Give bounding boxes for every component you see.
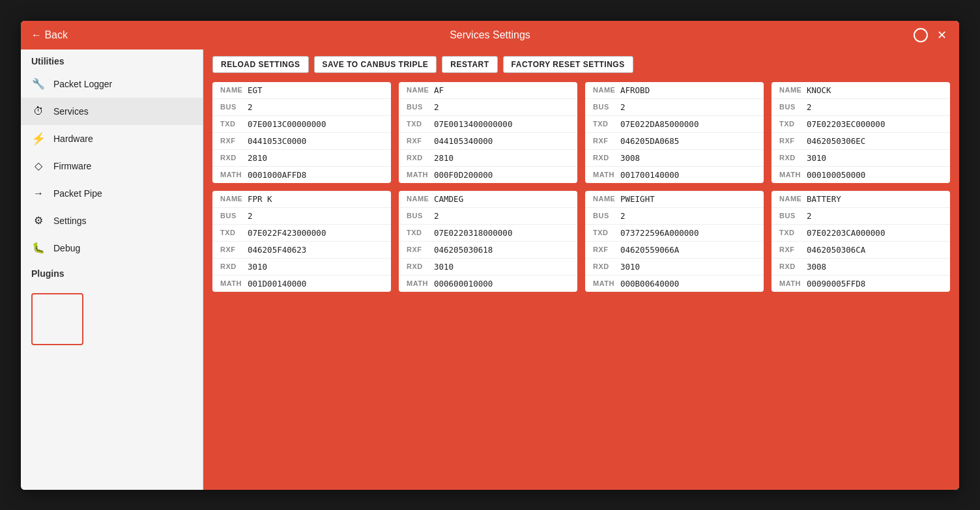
card-math-value: 001700140000	[620, 170, 679, 180]
sidebar-item-firmware[interactable]: ◇ Firmware	[21, 152, 203, 180]
math-label: MATH	[593, 279, 620, 287]
titlebar: ← Back Services Settings ✕	[21, 21, 959, 50]
plugin-placeholder	[31, 293, 83, 345]
card-bus-row: BUS 2	[212, 99, 391, 116]
card-rxf-value: 0441053C0000	[248, 136, 306, 146]
sidebar-label-hardware: Hardware	[53, 134, 93, 144]
card-rxd-row: RXD 3010	[585, 259, 764, 276]
card-bus-value: 2	[620, 102, 626, 112]
card-name-value: CAMDEG	[434, 194, 463, 204]
card-name-row: NAME CAMDEG	[399, 191, 577, 208]
math-label: MATH	[407, 171, 434, 178]
card-bus-row: BUS 2	[585, 99, 764, 116]
rxd-label: RXD	[779, 262, 807, 270]
card-rxf-value: 0462050306EC	[807, 136, 865, 146]
card-txd-row: TXD 07E022F423000000	[212, 225, 391, 242]
txd-label: TXD	[407, 229, 434, 236]
record-button[interactable]	[914, 28, 928, 42]
wrench-icon: 🔧	[31, 77, 46, 91]
sidebar-label-packet-pipe: Packet Pipe	[53, 188, 102, 199]
close-icon: ✕	[937, 28, 947, 42]
card-bus-value: 2	[248, 211, 253, 221]
rxd-label: RXD	[220, 262, 248, 270]
card-name-value: FPR K	[248, 194, 272, 204]
name-label: NAME	[220, 195, 248, 203]
name-label: NAME	[779, 86, 807, 94]
close-button[interactable]: ✕	[934, 28, 949, 42]
toolbar: RELOAD SETTINGS SAVE TO CANBUS TRIPLE RE…	[203, 50, 959, 79]
card-rxd-value: 3008	[620, 153, 640, 163]
bug-icon: 🐛	[31, 241, 46, 255]
rxf-label: RXF	[407, 246, 434, 253]
save-to-canbus-button[interactable]: SAVE TO CANBUS TRIPLE	[314, 56, 437, 73]
sidebar-item-settings[interactable]: ⚙ Settings	[21, 207, 203, 234]
card-knock[interactable]: NAME KNOCK BUS 2 TXD 07E02203EC000000 RX…	[771, 82, 950, 183]
card-rxf-value: 046205F40623	[248, 245, 306, 255]
card-txd-value: 073722596A000000	[620, 228, 699, 238]
sidebar-label-packet-logger: Packet Logger	[53, 79, 112, 89]
reload-settings-button[interactable]: RELOAD SETTINGS	[212, 56, 309, 73]
card-math-value: 000600010000	[434, 279, 493, 289]
back-button[interactable]: ← Back	[31, 29, 68, 41]
card-fprk[interactable]: NAME FPR K BUS 2 TXD 07E022F423000000 RX…	[212, 191, 391, 292]
card-rxf-row: RXF 046205DA0685	[585, 133, 764, 150]
card-bus-value: 2	[807, 102, 812, 112]
card-name-value: KNOCK	[807, 85, 831, 95]
card-battery[interactable]: NAME BATTERY BUS 2 TXD 07E02203CA000000 …	[771, 191, 950, 292]
card-rxf-row: RXF 04620559066A	[585, 242, 764, 259]
card-rxf-row: RXF 046205030618	[399, 242, 577, 259]
txd-label: TXD	[220, 120, 248, 128]
sidebar-item-packet-pipe[interactable]: → Packet Pipe	[21, 180, 203, 207]
card-math-value: 000B00640000	[620, 279, 679, 289]
txd-label: TXD	[593, 229, 620, 236]
card-math-row: MATH 001D00140000	[212, 276, 391, 292]
card-txd-value: 07E022DA85000000	[620, 119, 699, 129]
card-afrobd[interactable]: NAME AFROBD BUS 2 TXD 07E022DA85000000 R…	[585, 82, 764, 183]
card-af[interactable]: NAME AF BUS 2 TXD 07E0013400000000 RXF 0…	[399, 82, 577, 183]
card-rxf-value: 04620559066A	[620, 245, 679, 255]
clock-icon: ⏱	[31, 104, 46, 119]
card-name-value: AFROBD	[620, 85, 650, 95]
plugins-section-title: Plugins	[21, 262, 203, 283]
sidebar-label-settings: Settings	[53, 216, 87, 226]
window-title: Services Settings	[450, 29, 530, 41]
card-pweight[interactable]: NAME PWEIGHT BUS 2 TXD 073722596A000000 …	[585, 191, 764, 292]
math-label: MATH	[593, 171, 620, 178]
bus-label: BUS	[220, 103, 248, 111]
txd-label: TXD	[593, 120, 620, 128]
sidebar-item-hardware[interactable]: ⚡ Hardware	[21, 125, 203, 152]
math-label: MATH	[220, 279, 248, 287]
card-bus-row: BUS 2	[399, 99, 577, 116]
rxd-label: RXD	[220, 154, 248, 162]
card-math-row: MATH 000F0D200000	[399, 167, 577, 183]
txd-label: TXD	[779, 229, 807, 236]
math-label: MATH	[779, 279, 807, 287]
bus-label: BUS	[407, 103, 434, 111]
card-name-row: NAME EGT	[212, 82, 391, 99]
card-camdeg[interactable]: NAME CAMDEG BUS 2 TXD 07E0220318000000 R…	[399, 191, 577, 292]
sidebar-item-debug[interactable]: 🐛 Debug	[21, 234, 203, 262]
card-rxf-row: RXF 046205F40623	[212, 242, 391, 259]
sidebar-item-services[interactable]: ⏱ Services	[21, 98, 203, 125]
sidebar: Utilities 🔧 Packet Logger ⏱ Services ⚡ H…	[21, 50, 203, 490]
card-rxf-value: 046205030618	[434, 245, 493, 255]
card-egt[interactable]: NAME EGT BUS 2 TXD 07E0013C00000000 RXF …	[212, 82, 391, 183]
card-rxf-row: RXF 0441053C0000	[212, 133, 391, 150]
card-rxd-row: RXD 2810	[212, 150, 391, 167]
titlebar-controls: ✕	[914, 28, 949, 42]
card-txd-row: TXD 07E022DA85000000	[585, 116, 764, 133]
card-bus-row: BUS 2	[399, 208, 577, 225]
restart-button[interactable]: RESTART	[442, 56, 497, 73]
factory-reset-button[interactable]: FACTORY RESET SETTINGS	[503, 56, 633, 73]
card-rxf-row: RXF 0462050306CA	[771, 242, 950, 259]
card-name-row: NAME FPR K	[212, 191, 391, 208]
sidebar-item-packet-logger[interactable]: 🔧 Packet Logger	[21, 70, 203, 98]
rxd-label: RXD	[407, 154, 434, 162]
card-name-value: PWEIGHT	[620, 194, 655, 204]
card-rxd-row: RXD 2810	[399, 150, 577, 167]
rxd-label: RXD	[407, 262, 434, 270]
card-name-row: NAME AFROBD	[585, 82, 764, 99]
card-rxd-row: RXD 3010	[771, 150, 950, 167]
name-label: NAME	[779, 195, 807, 203]
card-rxd-row: RXD 3010	[212, 259, 391, 276]
